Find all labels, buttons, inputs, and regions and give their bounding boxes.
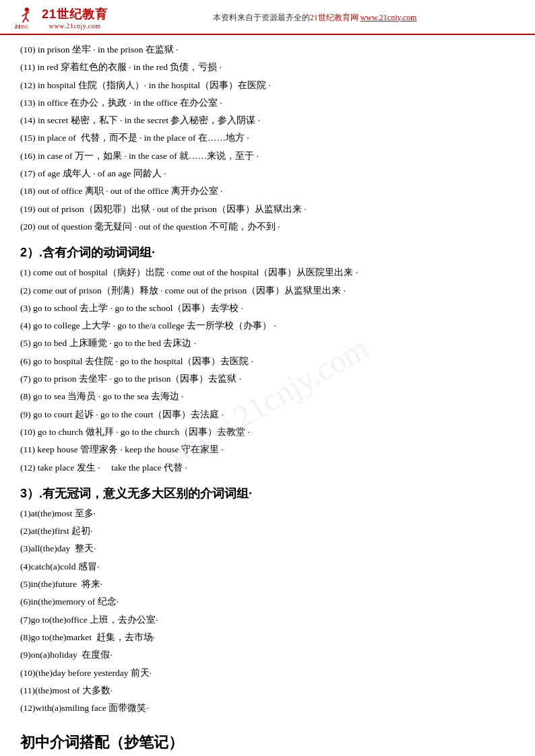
list-item: (12) in hospital 住院（指病人）· in the hospita… <box>20 77 515 94</box>
logo-text: 21世纪教育 www.21cnjy.com <box>42 6 108 30</box>
header-tagline: 本资料来自于资源最齐全的21世纪教育网 www.21cnjy.com <box>108 12 522 24</box>
list-item: (3) go to school 去上学 · go to the school（… <box>20 300 515 316</box>
list-item: (10) go to church 做礼拜 · go to the church… <box>20 424 515 440</box>
list-item: (3)all(the)day 整天· <box>20 541 515 557</box>
item-num: (11) <box>20 62 37 72</box>
list-item: (11) in red 穿着红色的衣服 · in the red 负债，亏损 · <box>20 59 515 75</box>
list-item: (9)on(a)holiday 在度假· <box>20 647 515 663</box>
list-item: (11) keep house 管理家务 · keep the house 守在… <box>20 442 515 458</box>
big-heading: 初中介词搭配（抄笔记） <box>20 732 515 753</box>
list-item: (12) take place 发生 · take the place 代替 · <box>20 460 515 476</box>
list-item: (10) in prison 坐牢 · in the prison 在监狱 · <box>20 42 515 58</box>
item-num: (20) <box>20 221 38 232</box>
section2-heading: 2）.含有介词的动词词组· <box>20 244 515 261</box>
item-num: (16) <box>20 151 38 161</box>
list-item: (1)at(the)most 至多· <box>20 506 515 522</box>
logo-runner-icon: 21 世纪 <box>13 5 38 30</box>
content-area: (10) in prison 坐牢 · in the prison 在监狱 · … <box>0 35 535 756</box>
list-item: (8) go to sea 当海员 · go to the sea 去海边 · <box>20 388 515 405</box>
list-item: (15) in place of 代替，而不是 · in the place o… <box>20 130 515 146</box>
item-num: (14) <box>20 115 38 125</box>
item-num: (18) <box>20 186 38 196</box>
list-item: (14) in secret 秘密，私下 · in the secret 参入秘… <box>20 112 515 129</box>
tagline-url: www.21cnjy.com <box>360 13 417 22</box>
list-item: (4) go to college 上大学 · go to the/a coll… <box>20 318 515 334</box>
section1-items: (10) in prison 坐牢 · in the prison 在监狱 · … <box>20 42 515 235</box>
item-num: (10) <box>20 44 38 55</box>
list-item: (10)(the)day before yesterday 前天· <box>20 665 515 681</box>
logo-area: 21 世纪 21世纪教育 www.21cnjy.com <box>13 5 108 30</box>
list-item: (13) in office 在办公，执政 · in the office 在办… <box>20 95 515 111</box>
hospital-phrase: in the hospital <box>149 80 201 90</box>
svg-line-5 <box>26 18 29 22</box>
page: www.21cnjy.com 21 世纪 21世纪教育 w <box>0 0 535 756</box>
logo-sub-text: www.21cnjy.com <box>49 22 101 30</box>
list-item: (12)with(a)smiling face 面带微笑· <box>20 700 515 716</box>
list-item: (18) out of office 离职 · out of the offic… <box>20 183 515 199</box>
item-num: (17) <box>20 168 38 178</box>
item-num: (13) <box>20 98 38 108</box>
list-item: (9) go to court 起诉 · go to the court（因事）… <box>20 407 515 423</box>
svg-line-2 <box>22 14 26 17</box>
list-item: (19) out of prison（因犯罪）出狱 · out of the p… <box>20 201 515 217</box>
item-num: (19) <box>20 204 38 214</box>
section3-heading: 3）.有无冠词，意义无多大区别的介词词组· <box>20 485 515 502</box>
list-item: (2)at(the)first 起初· <box>20 523 515 539</box>
item-num: (12) <box>20 80 38 90</box>
list-item: (1) come out of hospital（病好）出院 · come ou… <box>20 265 515 281</box>
list-item: (5) go to bed 上床睡觉 · go to the bed 去床边 · <box>20 335 515 351</box>
list-item: (5)in(the)future 将来· <box>20 576 515 592</box>
list-item: (4)catch(a)cold 感冒· <box>20 559 515 575</box>
svg-line-4 <box>23 18 26 22</box>
list-item: (2) come out of prison（刑满）释放 · come out … <box>20 283 515 299</box>
svg-point-0 <box>25 7 29 11</box>
logo-main-text: 21世纪教育 <box>42 6 108 22</box>
item-num: (15) <box>20 133 38 143</box>
tagline-text: 本资料来自于资源最齐全的 <box>213 13 310 22</box>
svg-text:世纪: 世纪 <box>20 24 28 29</box>
list-item: (8)go to(the)market 赶集，去市场· <box>20 629 515 646</box>
list-item: (20) out of question 毫无疑问 · out of the q… <box>20 219 515 235</box>
tagline-century: 世纪教育网 <box>318 13 358 22</box>
list-item: (7)go to(the)office 上班，去办公室· <box>20 612 515 628</box>
section3-items: (1)at(the)most 至多· (2)at(the)first 起初· (… <box>20 506 515 717</box>
list-item: (16) in case of 万一，如果 · in the case of 就… <box>20 148 515 164</box>
list-item: (11)(the)most of 大多数· <box>20 683 515 699</box>
header: 21 世纪 21世纪教育 www.21cnjy.com 本资料来自于资源最齐全的… <box>0 0 535 35</box>
list-item: (6) go to hospital 去住院 · go to the hospi… <box>20 353 515 370</box>
list-item: (7) go to prison 去坐牢 · go to the prison（… <box>20 371 515 387</box>
section2-items: (1) come out of hospital（病好）出院 · come ou… <box>20 265 515 476</box>
svg-line-1 <box>26 11 27 18</box>
prison-phrase: out of the prison <box>157 204 217 214</box>
list-item: (17) of age 成年人 · of an age 同龄人 · <box>20 166 515 182</box>
tagline-21: 21 <box>310 13 318 22</box>
list-item: (6)in(the)memory of 纪念· <box>20 594 515 610</box>
